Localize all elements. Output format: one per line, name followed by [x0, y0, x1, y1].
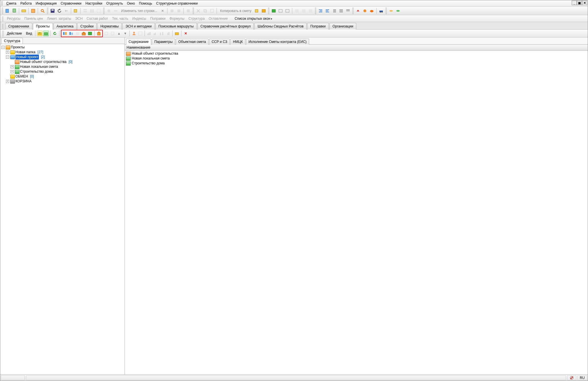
- tree-house[interactable]: + Строительство дома: [11, 69, 124, 74]
- tab-projects[interactable]: Проекты: [33, 23, 53, 29]
- chart-icon-2[interactable]: [153, 31, 158, 36]
- status-indicator-icon[interactable]: [567, 375, 576, 380]
- open-windows-dropdown[interactable]: Список открытых окон: [233, 16, 274, 21]
- folder-action-icon[interactable]: [174, 31, 180, 36]
- tab-stroyki[interactable]: Стройки: [77, 23, 97, 29]
- book-icon-2[interactable]: [277, 8, 284, 14]
- tab-esn-method[interactable]: ЭСН и методики: [122, 23, 155, 29]
- copy-icon[interactable]: [202, 8, 208, 14]
- list-item[interactable]: Новый объект строительства: [126, 51, 587, 56]
- lnk-limit[interactable]: Лимит. затраты: [45, 16, 73, 21]
- lnk-toc[interactable]: Оглавление: [207, 16, 229, 21]
- menu-help[interactable]: Помощь: [137, 1, 154, 6]
- delete-icon[interactable]: ✕: [183, 31, 189, 36]
- list-item[interactable]: Строительство дома: [126, 61, 587, 66]
- cut-icon[interactable]: [195, 8, 201, 14]
- tool-btn-g[interactable]: [169, 8, 175, 14]
- tree-folder-new[interactable]: + Новая папка [27]: [6, 50, 124, 55]
- chart-icon-1[interactable]: [146, 31, 152, 36]
- lnk-index[interactable]: Индексы: [131, 16, 148, 21]
- view-menu[interactable]: Вид: [24, 31, 34, 35]
- menu-window[interactable]: Окно: [125, 1, 137, 6]
- collapse-icon[interactable]: −: [1, 46, 5, 49]
- tab-summary-templates[interactable]: Шаблоны Сводных Расчётов: [254, 23, 307, 29]
- tool-btn-1[interactable]: [4, 8, 11, 14]
- new-estimate-icon[interactable]: [87, 31, 93, 36]
- expand-icon[interactable]: +: [11, 65, 14, 68]
- tab-corrections[interactable]: Поправки: [307, 23, 329, 29]
- new-building-icon[interactable]: [96, 31, 102, 36]
- undo-icon[interactable]: [63, 8, 69, 14]
- tool-btn-e[interactable]: [106, 8, 112, 14]
- paste-icon[interactable]: [209, 8, 215, 14]
- dtab-contents[interactable]: Содержание: [126, 39, 151, 45]
- zoom-icon[interactable]: [39, 8, 46, 14]
- book-icon-1[interactable]: [271, 8, 277, 14]
- lnk-tech[interactable]: Тех. часть: [110, 16, 130, 21]
- view-icon-2[interactable]: [301, 8, 307, 14]
- tool-btn-2[interactable]: [11, 8, 17, 14]
- shape-icon-1[interactable]: [388, 8, 394, 14]
- act-icon-b[interactable]: [110, 31, 115, 36]
- dtab-eis[interactable]: Исполнение Сметы контракта (ЕИС): [246, 39, 309, 45]
- copy-to-icon-2[interactable]: [261, 8, 267, 14]
- save-icon[interactable]: [49, 8, 56, 14]
- act-icon-a[interactable]: [103, 31, 109, 36]
- list-icon-1[interactable]: [331, 8, 337, 14]
- left-tab-structure[interactable]: Структура: [1, 38, 23, 44]
- tool-btn-3[interactable]: [21, 8, 27, 14]
- action-menu[interactable]: Действие: [5, 31, 24, 35]
- detail-list[interactable]: Новый объект строительства Новая локальн…: [125, 51, 588, 374]
- folder-open-icon[interactable]: [43, 31, 49, 36]
- color-icon-orange[interactable]: [362, 8, 368, 14]
- menu-struct-sprav[interactable]: Структурные справочники: [154, 1, 200, 6]
- copy-to-icon-1[interactable]: [254, 8, 260, 14]
- tool-btn-c[interactable]: [89, 8, 95, 14]
- color-icon-orange2[interactable]: [369, 8, 375, 14]
- tab-sprav[interactable]: Справочники: [5, 23, 32, 29]
- project-tree[interactable]: − Проекты + Новая папка [27]: [0, 44, 125, 374]
- lnk-resources[interactable]: Ресурсы: [5, 16, 22, 21]
- menu-settings[interactable]: Настройки: [83, 1, 104, 6]
- arrow-up-icon[interactable]: ▲: [116, 31, 122, 36]
- lnk-formula[interactable]: Формулы: [168, 16, 186, 21]
- tool-btn-a[interactable]: [73, 8, 79, 14]
- lnk-correct[interactable]: Поправки: [149, 16, 167, 21]
- new-project-icon[interactable]: [62, 31, 68, 36]
- tree-project-new[interactable]: − Новый проект [2]: [6, 55, 124, 59]
- arrow-down-icon[interactable]: ▼: [122, 31, 128, 36]
- list-icon-3[interactable]: [345, 8, 351, 14]
- shape-icon-2[interactable]: [395, 8, 401, 14]
- list-item[interactable]: Новая локальная смета: [126, 56, 587, 61]
- tab-analytics[interactable]: Аналитика: [53, 23, 77, 29]
- new-object-icon[interactable]: [81, 31, 87, 36]
- menu-rabota[interactable]: Работа: [18, 1, 34, 6]
- lnk-prices[interactable]: Панель цен: [23, 16, 45, 21]
- refresh-icon[interactable]: [56, 8, 63, 14]
- list-icon-2[interactable]: [338, 8, 344, 14]
- expand-icon[interactable]: +: [6, 51, 9, 54]
- tree-root[interactable]: − Проекты: [1, 45, 124, 50]
- view-icon-1[interactable]: [294, 8, 300, 14]
- new-subproject-icon[interactable]: [68, 31, 74, 36]
- view-icon-3[interactable]: [307, 8, 314, 14]
- grid-header-name[interactable]: Наименование: [125, 45, 588, 51]
- indent-icon-1[interactable]: [317, 8, 324, 14]
- menu-sprav[interactable]: Справочники: [59, 1, 83, 6]
- chart-icon-4[interactable]: [165, 31, 171, 36]
- tab-search-routes[interactable]: Поисковые маршруты: [155, 23, 197, 29]
- minimize-button[interactable]: _: [572, 1, 577, 5]
- new-item-disabled-icon[interactable]: [75, 31, 80, 36]
- close-button[interactable]: ✕: [582, 1, 587, 5]
- change-type-dropdown[interactable]: Изменить тип строки...: [119, 9, 159, 13]
- dtab-ssr[interactable]: ССР и СЗ: [209, 39, 230, 45]
- folder-up-icon[interactable]: [37, 31, 43, 36]
- tree-bin[interactable]: + КОРЗИНА: [6, 79, 124, 84]
- chart-icon-3[interactable]: [159, 31, 165, 36]
- menu-smeta[interactable]: Смета: [4, 1, 18, 6]
- tree-object[interactable]: Новый объект строительства [0]: [11, 59, 124, 64]
- tab-orgs[interactable]: Организации: [329, 23, 357, 29]
- book-icon-3[interactable]: [284, 8, 291, 14]
- tab-calc-formulas[interactable]: Справочник расчётных формул: [197, 23, 254, 29]
- tree-estimate[interactable]: + Новая локальная смета: [11, 64, 124, 69]
